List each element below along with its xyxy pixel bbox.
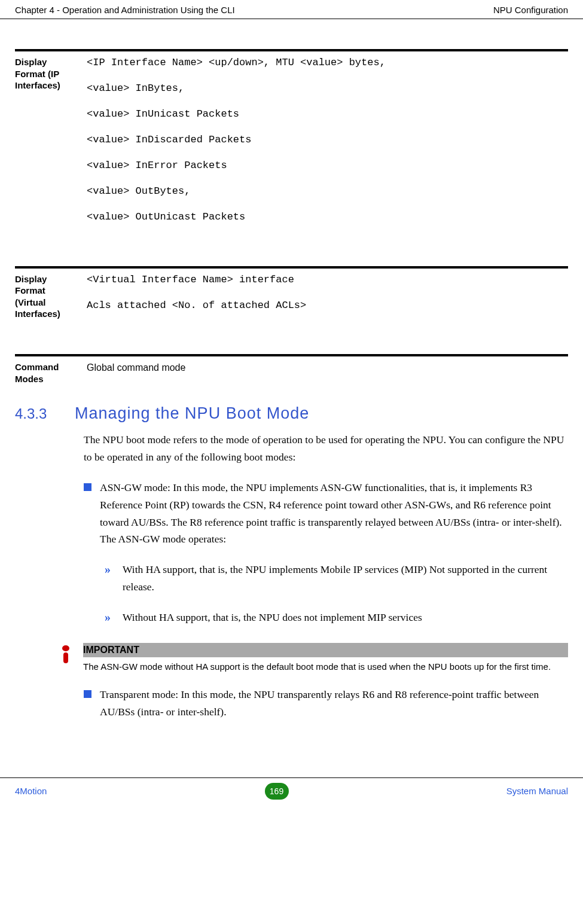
code-line: <value> OutUnicast Packets (87, 211, 568, 224)
code-line: <value> InError Packets (87, 159, 568, 173)
sub-bullet-item: » With HA support, that is, the NPU impl… (105, 561, 568, 596)
section-title: Managing the NPU Boot Mode (75, 404, 309, 423)
code-line: <IP Interface Name> <up/down>, MTU <valu… (87, 56, 568, 70)
sub-bullet-text: With HA support, that is, the NPU implem… (123, 561, 568, 596)
page-footer: 4Motion 169 System Manual (0, 777, 583, 807)
definition-ip-interfaces: Display Format (IP Interfaces) <IP Inter… (15, 49, 568, 236)
square-bullet-icon (84, 690, 91, 698)
svg-rect-1 (63, 652, 68, 663)
important-header: IMPORTANT (83, 643, 568, 657)
bullet-text: Transparent mode: In this mode, the NPU … (100, 686, 568, 721)
definition-label: Command Modes (15, 354, 78, 385)
code-line: <value> InDiscarded Packets (87, 133, 568, 147)
definition-value: Global command mode (87, 361, 568, 374)
definition-body: Global command mode (78, 354, 568, 386)
definition-label: Display Format (IP Interfaces) (15, 49, 78, 92)
svg-point-0 (62, 645, 69, 651)
definition-label: Display Format (Virtual Interfaces) (15, 266, 78, 320)
header-section: NPU Configuration (493, 5, 568, 15)
definition-body: <IP Interface Name> <up/down>, MTU <valu… (78, 49, 568, 236)
code-line: <Virtual Interface Name> interface (87, 273, 568, 287)
chevron-icon: » (105, 561, 119, 596)
footer-manual: System Manual (506, 786, 568, 796)
section-number: 4.3.3 (15, 405, 75, 422)
code-line: Acls attached <No. of attached ACLs> (87, 299, 568, 313)
definition-command-modes: Command Modes Global command mode (15, 354, 568, 386)
info-icon (62, 645, 72, 666)
section-intro: The NPU boot mode refers to the mode of … (84, 431, 568, 466)
page-header: Chapter 4 - Operation and Administration… (0, 0, 583, 19)
important-callout: IMPORTANT The ASN-GW mode without HA sup… (62, 643, 568, 673)
code-line: <value> InBytes, (87, 82, 568, 96)
header-chapter: Chapter 4 - Operation and Administration… (15, 5, 235, 15)
page-content: Display Format (IP Interfaces) <IP Inter… (0, 49, 583, 721)
code-line: <value> InUnicast Packets (87, 108, 568, 121)
section-heading: 4.3.3 Managing the NPU Boot Mode (15, 404, 568, 423)
chevron-icon: » (105, 609, 119, 626)
bullet-text: ASN-GW mode: In this mode, the NPU imple… (100, 479, 568, 548)
important-content: IMPORTANT The ASN-GW mode without HA sup… (83, 643, 568, 673)
bullet-item: Transparent mode: In this mode, the NPU … (84, 686, 568, 721)
bullet-item: ASN-GW mode: In this mode, the NPU imple… (84, 479, 568, 548)
definition-body: <Virtual Interface Name> interface Acls … (78, 266, 568, 325)
sub-bullet-item: » Without HA support, that is, the NPU d… (105, 609, 568, 626)
sub-bullet-text: Without HA support, that is, the NPU doe… (123, 609, 422, 626)
footer-product: 4Motion (15, 786, 47, 796)
page-number-badge: 169 (265, 783, 289, 800)
code-line: <value> OutBytes, (87, 185, 568, 199)
square-bullet-icon (84, 483, 91, 491)
definition-virtual-interfaces: Display Format (Virtual Interfaces) <Vir… (15, 266, 568, 325)
important-text: The ASN-GW mode without HA support is th… (83, 661, 568, 673)
